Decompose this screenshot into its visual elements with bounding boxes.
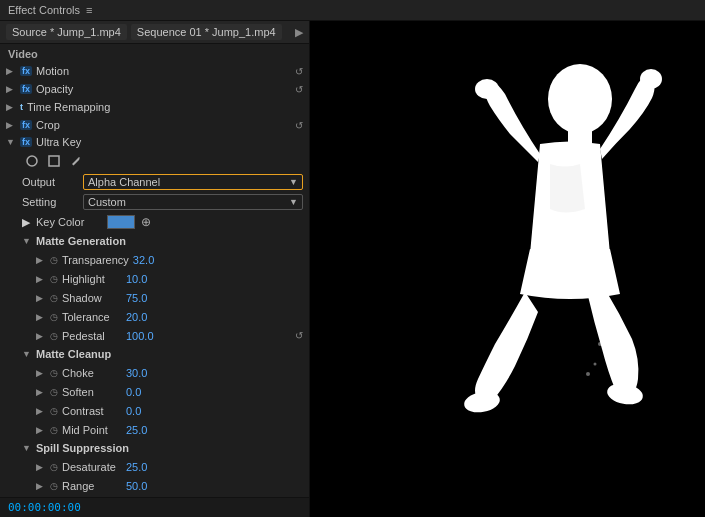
menu-icon[interactable]: ≡	[86, 4, 92, 16]
spill-sup-header[interactable]: ▼ Spill Suppression	[16, 439, 309, 457]
matte-gen-label: Matte Generation	[36, 235, 126, 247]
main-area: Source * Jump_1.mp4 Sequence 01 * Jump_1…	[0, 21, 705, 517]
source-arrow[interactable]: ▶	[295, 26, 303, 39]
range-value[interactable]: 50.0	[126, 480, 147, 492]
svg-point-0	[27, 156, 37, 166]
matte-gen-params: ▶ ◷ Transparency 32.0 ▶ ◷ Highlight 10.0…	[16, 250, 309, 345]
left-panel: Source * Jump_1.mp4 Sequence 01 * Jump_1…	[0, 21, 310, 517]
pedestal-label: Pedestal	[62, 330, 122, 342]
key-color-chevron: ▶	[22, 216, 30, 229]
transparency-value[interactable]: 32.0	[133, 254, 154, 266]
preview-silhouette	[310, 21, 705, 517]
contrast-value[interactable]: 0.0	[126, 405, 141, 417]
range-label: Range	[62, 480, 122, 492]
opacity-label: Opacity	[36, 83, 73, 95]
midpoint-value[interactable]: 25.0	[126, 424, 147, 436]
svg-point-9	[598, 342, 602, 346]
matte-cleanup-chevron: ▼	[22, 349, 32, 359]
svg-point-6	[640, 69, 662, 89]
svg-point-10	[594, 363, 597, 366]
preview-panel	[310, 21, 705, 517]
midpoint-label: Mid Point	[62, 424, 122, 436]
svg-point-13	[609, 353, 612, 356]
highlight-row[interactable]: ▶ ◷ Highlight 10.0	[30, 269, 309, 288]
setting-dropdown-arrow: ▼	[289, 197, 298, 207]
pedestal-reset[interactable]: ↺	[295, 330, 303, 341]
ultra-key-chevron: ▼	[6, 137, 16, 147]
pen-icon[interactable]	[68, 153, 84, 169]
setting-label: Setting	[22, 196, 77, 208]
svg-point-5	[475, 79, 499, 99]
motion-fx-badge: fx	[20, 66, 32, 76]
output-dropdown-arrow: ▼	[289, 177, 298, 187]
motion-chevron: ▶	[6, 66, 16, 76]
shadow-value[interactable]: 75.0	[126, 292, 147, 304]
matte-gen-header[interactable]: ▼ Matte Generation	[16, 232, 309, 250]
setting-dropdown[interactable]: Custom ▼	[83, 194, 303, 210]
timecode: 00:00:00:00	[8, 501, 81, 514]
transparency-clock: ◷	[50, 255, 58, 265]
crop-label: Crop	[36, 119, 60, 131]
pedestal-row[interactable]: ▶ ◷ Pedestal 100.0 ↺	[30, 326, 309, 345]
motion-row[interactable]: ▶ fx Motion ↺	[0, 62, 309, 80]
soften-row[interactable]: ▶ ◷ Soften 0.0	[30, 382, 309, 401]
tolerance-row[interactable]: ▶ ◷ Tolerance 20.0	[30, 307, 309, 326]
sequence-name[interactable]: Sequence 01 * Jump_1.mp4	[131, 24, 282, 40]
choke-row[interactable]: ▶ ◷ Choke 30.0	[30, 363, 309, 382]
output-dropdown[interactable]: Alpha Channel ▼	[83, 174, 303, 190]
tolerance-chevron: ▶	[36, 312, 46, 322]
svg-point-12	[586, 372, 590, 376]
matte-cleanup-params: ▶ ◷ Choke 30.0 ▶ ◷ Soften 0.0 ▶ ◷ Co	[16, 363, 309, 439]
circle-icon[interactable]	[24, 153, 40, 169]
crop-row[interactable]: ▶ fx Crop ↺	[0, 116, 309, 134]
bottom-bar: 00:00:00:00	[0, 497, 309, 517]
pedestal-value[interactable]: 100.0	[126, 330, 154, 342]
desaturate-value[interactable]: 25.0	[126, 461, 147, 473]
choke-label: Choke	[62, 367, 122, 379]
soften-value[interactable]: 0.0	[126, 386, 141, 398]
source-bar: Source * Jump_1.mp4 Sequence 01 * Jump_1…	[0, 21, 309, 44]
highlight-value[interactable]: 10.0	[126, 273, 147, 285]
matte-cleanup-header[interactable]: ▼ Matte Cleanup	[16, 345, 309, 363]
eyedropper-icon[interactable]: ⊕	[141, 215, 151, 229]
ultra-key-header[interactable]: ▼ fx Ultra Key	[0, 134, 309, 150]
pedestal-clock: ◷	[50, 331, 58, 341]
motion-reset[interactable]: ↺	[295, 66, 303, 77]
shadow-chevron: ▶	[36, 293, 46, 303]
output-row: Output Alpha Channel ▼	[16, 172, 309, 192]
effects-list: Video ▶ fx Motion ↺ ▶ fx Opacity ↺ ▶ t T…	[0, 44, 309, 497]
pedestal-chevron: ▶	[36, 331, 46, 341]
choke-value[interactable]: 30.0	[126, 367, 147, 379]
matte-cleanup-label: Matte Cleanup	[36, 348, 111, 360]
ultra-key-fx-badge: fx	[20, 137, 32, 147]
time-remap-chevron: ▶	[6, 102, 16, 112]
key-color-row: ▶ Key Color ⊕	[16, 212, 309, 232]
highlight-label: Highlight	[62, 273, 122, 285]
highlight-chevron: ▶	[36, 274, 46, 284]
opacity-row[interactable]: ▶ fx Opacity ↺	[0, 80, 309, 98]
key-color-swatch[interactable]	[107, 215, 135, 229]
time-remap-row[interactable]: ▶ t Time Remapping	[0, 98, 309, 116]
tolerance-label: Tolerance	[62, 311, 122, 323]
tolerance-value[interactable]: 20.0	[126, 311, 147, 323]
setting-value: Custom	[88, 196, 126, 208]
opacity-reset[interactable]: ↺	[295, 84, 303, 95]
crop-reset[interactable]: ↺	[295, 120, 303, 131]
transparency-row[interactable]: ▶ ◷ Transparency 32.0	[30, 250, 309, 269]
motion-label: Motion	[36, 65, 69, 77]
desaturate-row[interactable]: ▶ ◷ Desaturate 25.0	[30, 457, 309, 476]
shadow-clock: ◷	[50, 293, 58, 303]
crop-fx-badge: fx	[20, 120, 32, 130]
shadow-row[interactable]: ▶ ◷ Shadow 75.0	[30, 288, 309, 307]
square-icon[interactable]	[46, 153, 62, 169]
crop-chevron: ▶	[6, 120, 16, 130]
video-section-label: Video	[0, 46, 309, 62]
midpoint-row[interactable]: ▶ ◷ Mid Point 25.0	[30, 420, 309, 439]
range-row[interactable]: ▶ ◷ Range 50.0	[30, 476, 309, 495]
contrast-row[interactable]: ▶ ◷ Contrast 0.0	[30, 401, 309, 420]
time-remap-t-badge: t	[20, 102, 23, 112]
key-color-label: Key Color	[36, 216, 101, 228]
ultra-key-label: Ultra Key	[36, 136, 81, 148]
ultra-key-icons	[16, 150, 309, 172]
source-name[interactable]: Source * Jump_1.mp4	[6, 24, 127, 40]
